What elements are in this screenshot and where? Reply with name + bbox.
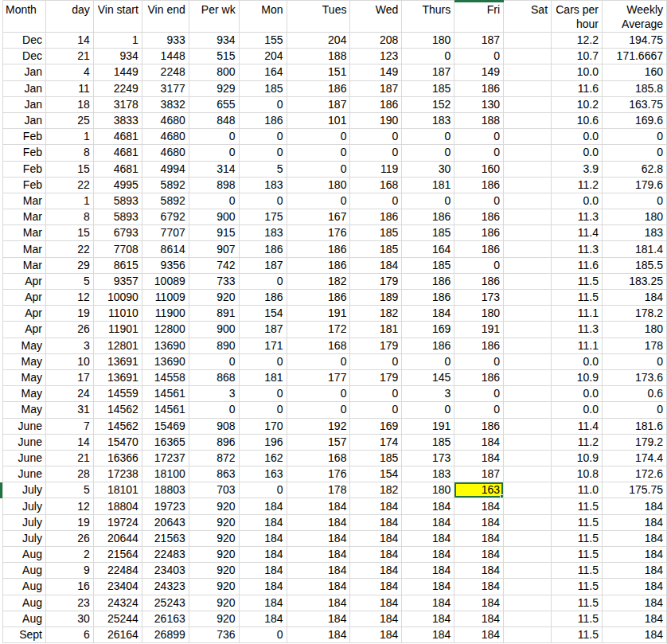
cell-tues[interactable]: 168 (287, 450, 350, 466)
cell-thurs[interactable]: 186 (402, 290, 454, 306)
cell-cars-per-hour[interactable]: 11.2 (552, 434, 603, 450)
cell-wed[interactable]: 168 (350, 177, 402, 193)
cell-sat[interactable] (504, 112, 552, 128)
cell-cars-per-hour[interactable]: 11.2 (552, 177, 603, 193)
cell-vin-start[interactable]: 1 (93, 33, 142, 49)
cell-vin-end[interactable]: 13690 (142, 353, 189, 369)
cell-sat[interactable] (504, 290, 552, 306)
cell-day[interactable]: 24 (45, 386, 93, 402)
cell-mon[interactable]: 204 (239, 49, 287, 64)
cell-cars-per-hour[interactable]: 10.6 (552, 112, 603, 128)
cell-wed[interactable]: 0 (350, 386, 402, 402)
cell-vin-start[interactable]: 17238 (93, 466, 142, 482)
cell-wed[interactable]: 174 (350, 434, 402, 450)
cell-thurs[interactable]: 184 (402, 626, 454, 642)
selected-cell[interactable]: 163 (454, 482, 504, 498)
cell-mon[interactable]: 164 (239, 64, 287, 80)
cell-thurs[interactable]: 186 (402, 209, 454, 225)
column-header-wed[interactable]: Wed (350, 1, 402, 33)
cell-weekly-average[interactable]: 184 (602, 290, 666, 306)
cell-thurs[interactable]: 181 (402, 177, 454, 193)
cell-weekly-average[interactable]: 184 (602, 626, 666, 642)
cell-mon[interactable]: 184 (239, 498, 287, 514)
cell-day[interactable]: 18 (45, 96, 93, 112)
cell-month[interactable]: Aug (3, 579, 46, 595)
cell-wed[interactable]: 181 (350, 322, 402, 338)
cell-sat[interactable] (504, 33, 552, 49)
cell-wed[interactable]: 185 (350, 225, 402, 241)
cell-mon[interactable]: 0 (239, 273, 287, 289)
cell-tues[interactable]: 151 (287, 64, 350, 80)
cell-tues[interactable]: 0 (287, 129, 350, 145)
cell-weekly-average[interactable]: 184 (602, 563, 666, 579)
cell-sat[interactable] (504, 402, 552, 418)
cell-vin-start[interactable]: 4995 (93, 177, 142, 193)
cell-mon[interactable]: 154 (239, 306, 287, 322)
cell-weekly-average[interactable]: 0 (602, 193, 666, 209)
cell-cars-per-hour[interactable]: 10.2 (552, 96, 603, 112)
cell-thurs[interactable]: 187 (402, 64, 454, 80)
cell-tues[interactable]: 0 (287, 193, 350, 209)
cell-per-wk[interactable]: 900 (189, 209, 239, 225)
cell-tues[interactable]: 186 (287, 257, 350, 273)
cell-cars-per-hour[interactable]: 11.5 (552, 290, 603, 306)
cell-vin-end[interactable]: 4680 (142, 129, 189, 145)
cell-month[interactable]: July (3, 482, 46, 498)
cell-vin-start[interactable]: 1449 (93, 64, 142, 80)
cell-wed[interactable]: 184 (350, 514, 402, 530)
cell-tues[interactable]: 191 (287, 306, 350, 322)
column-header-tues[interactable]: Tues (287, 1, 350, 33)
cell-cars-per-hour[interactable]: 10.7 (552, 49, 603, 64)
cell-sat[interactable] (504, 145, 552, 161)
cell-weekly-average[interactable]: 0 (602, 353, 666, 369)
cell-month[interactable]: Mar (3, 193, 46, 209)
cell-weekly-average[interactable]: 183.25 (602, 273, 666, 289)
cell-per-wk[interactable]: 0 (189, 193, 239, 209)
cell-month[interactable]: Mar (3, 257, 46, 273)
cell-vin-start[interactable]: 4681 (93, 145, 142, 161)
cell-fri[interactable]: 191 (454, 322, 504, 338)
cell-per-wk[interactable]: 703 (189, 482, 239, 498)
cell-thurs[interactable]: 184 (402, 530, 454, 546)
cell-fri[interactable]: 184 (454, 450, 504, 466)
cell-wed[interactable]: 0 (350, 193, 402, 209)
cell-month[interactable]: Feb (3, 177, 46, 193)
cell-vin-end[interactable]: 4680 (142, 145, 189, 161)
cell-sat[interactable] (504, 209, 552, 225)
cell-day[interactable]: 14 (45, 33, 93, 49)
cell-per-wk[interactable]: 920 (189, 547, 239, 563)
cell-per-wk[interactable]: 0 (189, 145, 239, 161)
cell-wed[interactable]: 182 (350, 306, 402, 322)
cell-weekly-average[interactable]: 185.8 (602, 80, 666, 96)
cell-month[interactable]: Feb (3, 145, 46, 161)
cell-mon[interactable]: 0 (239, 145, 287, 161)
cell-cars-per-hour[interactable]: 11.5 (552, 579, 603, 595)
cell-per-wk[interactable]: 314 (189, 161, 239, 177)
cell-weekly-average[interactable]: 173.6 (602, 369, 666, 385)
cell-mon[interactable]: 175 (239, 209, 287, 225)
cell-thurs[interactable]: 173 (402, 450, 454, 466)
cell-cars-per-hour[interactable]: 11.3 (552, 322, 603, 338)
cell-wed[interactable]: 179 (350, 273, 402, 289)
cell-weekly-average[interactable]: 184 (602, 498, 666, 514)
cell-sat[interactable] (504, 563, 552, 579)
cell-sat[interactable] (504, 64, 552, 80)
cell-mon[interactable]: 196 (239, 434, 287, 450)
cell-weekly-average[interactable]: 179.6 (602, 177, 666, 193)
cell-per-wk[interactable]: 900 (189, 322, 239, 338)
cell-tues[interactable]: 157 (287, 434, 350, 450)
cell-wed[interactable]: 119 (350, 161, 402, 177)
cell-thurs[interactable]: 184 (402, 595, 454, 611)
cell-month[interactable]: June (3, 466, 46, 482)
cell-vin-start[interactable]: 8615 (93, 257, 142, 273)
cell-sat[interactable] (504, 49, 552, 64)
cell-cars-per-hour[interactable]: 0.0 (552, 353, 603, 369)
cell-cars-per-hour[interactable]: 10.8 (552, 466, 603, 482)
cell-vin-start[interactable]: 19724 (93, 514, 142, 530)
cell-month[interactable]: Apr (3, 322, 46, 338)
cell-thurs[interactable]: 3 (402, 386, 454, 402)
cell-day[interactable]: 19 (45, 514, 93, 530)
cell-per-wk[interactable]: 907 (189, 241, 239, 257)
cell-tues[interactable]: 180 (287, 177, 350, 193)
cell-sat[interactable] (504, 80, 552, 96)
